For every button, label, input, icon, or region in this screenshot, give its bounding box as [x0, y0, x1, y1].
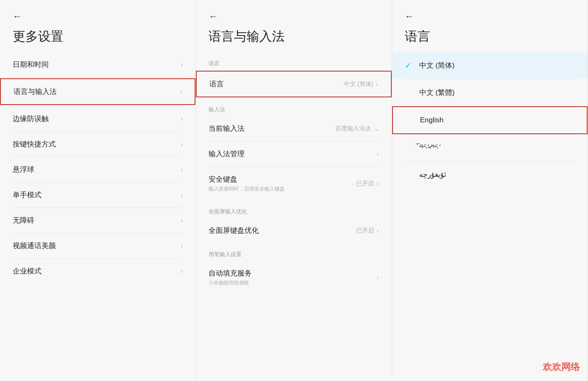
panel-more-settings: ← 更多设置 日期和时间 › 语言与输入法 › 边缘防误触 [0, 0, 196, 381]
chevron-icon: › [181, 166, 183, 174]
menu-item-language-value: 中文 (简体) [344, 80, 373, 88]
lang-english-label: English [420, 116, 444, 124]
chevron-icon: › [181, 191, 183, 199]
menu-item-float-ball[interactable]: 悬浮球 › [0, 157, 195, 182]
lang-item-tibetan[interactable]: ✓ བོད་སྐད་ [392, 135, 588, 161]
menu-item-autofill-subtitle: 小米能能劳联领联 [209, 279, 252, 287]
menu-item-fullscreen-kbd-value: 已开启 [356, 227, 374, 235]
menu-item-date-time-label: 日期和时间 [13, 60, 49, 69]
chevron-icon: › [376, 180, 379, 188]
panel2-back-button[interactable]: ← [209, 12, 218, 21]
check-icon: ✓ [405, 61, 415, 70]
panel3-title: 语言 [405, 28, 575, 45]
panel2-section3-label: 全面屏输入优化 [196, 200, 391, 218]
menu-item-ime-manage-label: 输入法管理 [209, 149, 245, 159]
watermark: 欢欢网络 [543, 361, 580, 373]
chevron-icon: › [181, 61, 183, 69]
chevron-icon: ⌄ [374, 124, 379, 133]
menu-item-one-hand-label: 单手模式 [13, 190, 41, 200]
menu-item-fullscreen-kbd-label: 全面屏键盘优化 [209, 226, 259, 235]
chevron-icon: › [376, 80, 378, 88]
panel1-items: 日期和时间 › 语言与输入法 › 边缘防误触 › [0, 52, 195, 284]
menu-item-enterprise-label: 企业模式 [13, 266, 41, 276]
chevron-icon: › [181, 268, 183, 275]
panel3-back-button[interactable]: ← [405, 12, 414, 21]
divider [13, 77, 183, 77]
chevron-icon: › [180, 88, 182, 96]
panel1-back-button[interactable]: ← [13, 12, 22, 21]
menu-item-safe-lock-value: 已开启 [356, 180, 374, 188]
chevron-icon: › [181, 217, 183, 224]
menu-item-language[interactable]: 语言 中文 (简体) › [196, 71, 391, 97]
menu-item-language-label: 语言 [209, 79, 224, 89]
menu-item-ime-manage[interactable]: 输入法管理 › [196, 141, 391, 166]
menu-item-autofill[interactable]: 自动填充服务 小米能能劳联领联 › [196, 261, 391, 294]
menu-item-safe-lock-subtitle: 输入至密码时，启用安全输入键盘 [209, 185, 285, 193]
panel1-header: ← 更多设置 [0, 0, 195, 52]
chevron-icon: › [376, 150, 379, 158]
lang-item-english[interactable]: ✓ English [392, 106, 588, 134]
chevron-icon: › [376, 274, 379, 282]
menu-item-lang-input[interactable]: 语言与输入法 › [0, 78, 195, 105]
menu-item-key-shortcut[interactable]: 按键快捷方式 › [0, 132, 195, 157]
menu-item-edge-touch[interactable]: 边缘防误触 › [0, 106, 195, 131]
menu-item-current-ime-label: 当前输入法 [209, 124, 245, 133]
menu-item-float-ball-label: 悬浮球 [13, 165, 34, 174]
panel2-header: ← 语言与输入法 [196, 0, 391, 52]
panel-language: ← 语言 ✓ 中文 (简体) ✓ 中文 (繁體) ✓ English ✓ བོད… [392, 0, 588, 381]
menu-item-accessibility-label: 无障碍 [13, 215, 34, 225]
menu-item-current-ime-value: 百度输入法达 [335, 125, 371, 133]
panel2-section1-label: 语言 [196, 52, 391, 70]
menu-item-edge-touch-label: 边缘防误触 [13, 114, 49, 124]
chevron-icon: › [376, 227, 379, 235]
menu-item-enterprise[interactable]: 企业模式 › [0, 259, 195, 284]
lang-zh-simplified-label: 中文 (简体) [419, 61, 455, 70]
lang-item-zh-traditional[interactable]: ✓ 中文 (繁體) [392, 79, 588, 106]
lang-zh-traditional-label: 中文 (繁體) [419, 88, 455, 97]
chevron-icon: › [181, 115, 183, 123]
menu-item-lang-input-label: 语言与输入法 [14, 87, 57, 97]
lang-tibetan-label: བོད་སྐད་ [419, 144, 442, 152]
lang-item-zh-simplified[interactable]: ✓ 中文 (简体) [392, 52, 588, 79]
menu-item-one-hand[interactable]: 单手模式 › [0, 182, 195, 207]
menu-item-safe-lock-label: 安全键盘 [209, 174, 285, 184]
lang-item-uyghur[interactable]: ✓ ئۇيغۇرچە [392, 161, 588, 188]
menu-item-accessibility[interactable]: 无障碍 › [0, 208, 195, 233]
menu-item-video-beauty[interactable]: 视频通话美颜 › [0, 233, 195, 258]
panel3-header: ← 语言 [392, 0, 588, 52]
menu-item-safe-lock[interactable]: 安全键盘 输入至密码时，启用安全输入键盘 已开启 › [196, 167, 391, 200]
panel1-title: 更多设置 [13, 28, 183, 45]
menu-item-autofill-label: 自动填充服务 [209, 268, 252, 278]
panel2-section4-label: 用笔输入设置 [196, 243, 391, 261]
panel2-section2-label: 输入法 [196, 98, 391, 116]
chevron-icon: › [181, 242, 183, 250]
panel2-title: 语言与输入法 [209, 28, 379, 45]
menu-item-video-beauty-label: 视频通话美颜 [13, 241, 56, 251]
panel-lang-input: ← 语言与输入法 语言 语言 中文 (简体) › 输入法 当前输入法 百度输入法… [196, 0, 392, 381]
menu-item-key-shortcut-label: 按键快捷方式 [13, 139, 56, 149]
lang-uyghur-label: ئۇيغۇرچە [419, 170, 446, 179]
chevron-icon: › [181, 141, 183, 148]
menu-item-current-ime[interactable]: 当前输入法 百度输入法达 ⌄ [196, 116, 391, 141]
menu-item-fullscreen-kbd[interactable]: 全面屏键盘优化 已开启 › [196, 218, 391, 243]
menu-item-date-time[interactable]: 日期和时间 › [0, 52, 195, 77]
